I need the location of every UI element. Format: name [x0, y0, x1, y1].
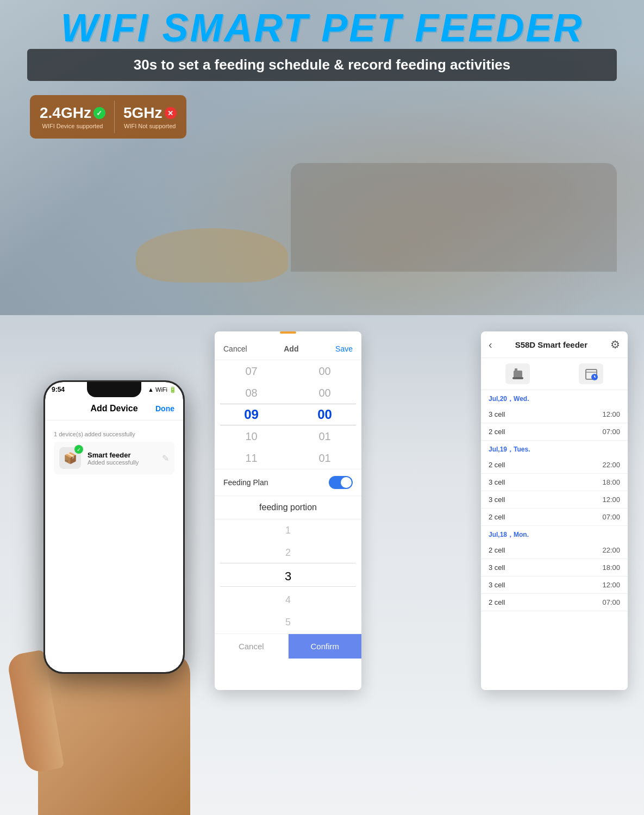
feeder-icon: [510, 366, 526, 381]
schedule-icon-box: [579, 363, 603, 384]
minutes-column[interactable]: 00 00 00 01 01: [288, 360, 361, 469]
time-picker-body: 07 08 09 10 11 00 00 00 01 01: [215, 360, 361, 469]
phone-device-3: ‹ S58D Smart feeder ⚙: [481, 331, 628, 690]
log-entry: 2 cell 22:00: [481, 456, 628, 474]
portion-list[interactable]: 1 2 3 4 5: [215, 519, 361, 634]
phone-device-1: 9:54 ▲ WiFi 🔋 Add Device Done 1 device(s…: [43, 380, 185, 674]
portion-cancel-button[interactable]: Cancel: [215, 634, 289, 659]
svg-rect-0: [514, 371, 522, 378]
picker-cancel-button[interactable]: Cancel: [223, 344, 247, 353]
log-icon-schedule[interactable]: [579, 363, 603, 384]
picker-save-button[interactable]: Save: [335, 344, 353, 353]
back-button[interactable]: ‹: [489, 338, 492, 351]
min-item: 01: [288, 447, 361, 469]
min-item: 00: [288, 382, 361, 404]
log-entry: 3 cell 18:00: [481, 474, 628, 491]
phone-notch: [87, 382, 141, 397]
log-cell: 3 cell: [489, 581, 505, 589]
hours-column[interactable]: 07 08 09 10 11: [215, 360, 288, 469]
feeding-plan-label: Feeding Plan: [223, 478, 268, 487]
log-time: 18:00: [602, 478, 620, 486]
log-cell: 3 cell: [489, 563, 505, 572]
log-date: Jul,19，Tues.: [481, 441, 628, 456]
log-entry: 3 cell 18:00: [481, 559, 628, 576]
log-entry: 2 cell 07:00: [481, 423, 628, 441]
log-cell: 3 cell: [489, 478, 505, 486]
log-entry: 3 cell 12:00: [481, 576, 628, 594]
hour-item: 07: [215, 360, 288, 382]
subtitle-text: 30s to set a feeding schedule & record f…: [134, 57, 511, 73]
log-time: 22:00: [602, 461, 620, 469]
top-indicator: [280, 331, 296, 334]
log-entry: 3 cell 12:00: [481, 491, 628, 509]
app-header: Add Device Done: [45, 397, 183, 421]
hand-decoration: [38, 652, 190, 815]
app-header-title: Add Device: [90, 404, 137, 413]
device-name: Smart feeder: [87, 451, 139, 459]
svg-rect-1: [515, 368, 517, 372]
dog-decoration: [136, 228, 288, 283]
main-title: WIFI SMART PET FEEDER: [0, 5, 644, 50]
feeding-plan-row: Feeding Plan: [215, 469, 361, 496]
portion-buttons: Cancel Confirm: [215, 634, 361, 659]
title-bar: WIFI SMART PET FEEDER: [0, 0, 644, 54]
phone-screen-1: 9:54 ▲ WiFi 🔋 Add Device Done 1 device(s…: [45, 382, 183, 672]
portion-item-3-selected: 3: [215, 564, 361, 589]
min-item: 00: [288, 360, 361, 382]
wifi-24ghz-freq: 2.4GHz: [40, 104, 105, 122]
wifi-24ghz-label: WIFI Device supported: [42, 123, 103, 129]
status-icons: ▲ WiFi 🔋: [148, 386, 177, 393]
couch-decoration: [291, 163, 617, 272]
wifi-5ghz-item: 5GHz WIFI Not supported: [123, 104, 177, 129]
feeding-plan-toggle[interactable]: [329, 476, 353, 489]
device-icon: 📦 ✓: [59, 447, 81, 469]
min-item: 01: [288, 425, 361, 447]
log-cell: 2 cell: [489, 428, 505, 436]
portion-item-2: 2: [215, 542, 361, 564]
wifi-5ghz-freq: 5GHz: [123, 104, 177, 122]
log-icon-feeder[interactable]: [505, 363, 530, 384]
log-time: 12:00: [602, 496, 620, 504]
log-icons-row: [481, 358, 628, 390]
wifi-badge: 2.4GHz WIFI Device supported 5GHz WIFI N…: [30, 95, 186, 139]
wifi-5ghz-label: WIFI Not supported: [124, 123, 176, 129]
picker-header: Cancel Add Save: [215, 338, 361, 360]
done-button[interactable]: Done: [155, 404, 174, 413]
svg-rect-2: [512, 377, 523, 379]
hour-item: 08: [215, 382, 288, 404]
portion-item-1: 1: [215, 519, 361, 542]
log-time: 12:00: [602, 410, 620, 418]
portion-item-4: 4: [215, 589, 361, 611]
log-entry: 2 cell 07:00: [481, 509, 628, 526]
hour-selected: 09: [215, 404, 288, 425]
log-entry: 2 cell 22:00: [481, 542, 628, 559]
phone-container-1: 9:54 ▲ WiFi 🔋 Add Device Done 1 device(s…: [11, 369, 217, 815]
picker-add-button[interactable]: Add: [284, 344, 298, 353]
hero-section: WIFI SMART PET FEEDER 30s to set a feedi…: [0, 0, 644, 315]
status-time: 9:54: [52, 386, 65, 393]
gear-icon[interactable]: ⚙: [610, 338, 620, 351]
log-time: 07:00: [602, 428, 620, 436]
portion-title: feeding portion: [215, 496, 361, 519]
device-item: 📦 ✓ Smart feeder Added successfully ✎: [54, 442, 174, 474]
min-selected: 00: [288, 404, 361, 425]
toggle-knob: [341, 477, 352, 488]
log-time: 18:00: [602, 563, 620, 572]
log-entry: 3 cell 12:00: [481, 406, 628, 423]
log-cell: 3 cell: [489, 496, 505, 504]
cross-icon: [165, 107, 177, 119]
log-cell: 3 cell: [489, 410, 505, 418]
edit-pencil-icon[interactable]: ✎: [162, 453, 169, 463]
hour-item: 10: [215, 425, 288, 447]
log-cell: 2 cell: [489, 598, 505, 606]
wifi-24ghz-item: 2.4GHz WIFI Device supported: [40, 104, 105, 129]
log-time: 07:00: [602, 513, 620, 521]
portion-confirm-button[interactable]: Confirm: [289, 634, 362, 659]
log-header: ‹ S58D Smart feeder ⚙: [481, 331, 628, 358]
device-check-icon: ✓: [74, 445, 83, 454]
log-entries: Jul,20，Wed. 3 cell 12:00 2 cell 07:00 Ju…: [481, 390, 628, 611]
success-message: 1 device(s) added successfully: [54, 431, 135, 437]
schedule-icon: [584, 366, 599, 381]
check-icon: [93, 107, 105, 119]
phone-device-2: Cancel Add Save 07 08 09 10 11 00 00 00 …: [215, 331, 361, 690]
